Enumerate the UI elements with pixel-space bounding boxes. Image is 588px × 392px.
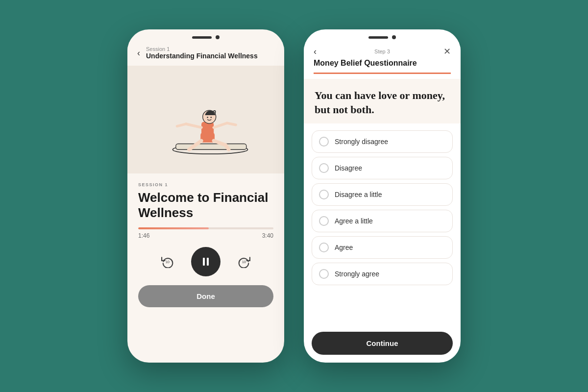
svg-text:10: 10 xyxy=(242,260,246,265)
svg-point-12 xyxy=(207,117,208,118)
play-pause-button[interactable] xyxy=(191,247,220,276)
progress-bar-container xyxy=(138,227,273,229)
question-area: You can have love or money, but not both… xyxy=(304,79,461,123)
time-current: 1:46 xyxy=(138,232,149,239)
option-label-strongly-agree: Strongly agree xyxy=(335,270,379,278)
option-label-strongly-disagree: Strongly disagree xyxy=(335,138,388,146)
done-button[interactable]: Done xyxy=(138,285,273,307)
step-label: Step 3 xyxy=(374,49,390,54)
radio-strongly-disagree[interactable] xyxy=(319,137,329,147)
option-strongly-disagree[interactable]: Strongly disagree xyxy=(312,130,453,153)
svg-rect-15 xyxy=(203,258,205,266)
svg-line-9 xyxy=(214,123,227,127)
svg-line-10 xyxy=(227,123,236,125)
phone2-nav: ‹ Step 3 ✕ xyxy=(314,46,451,57)
question-text: You can have love or money, but not both… xyxy=(315,89,450,117)
back-button[interactable]: ‹ xyxy=(137,48,140,58)
phone2-footer: Continue xyxy=(304,327,461,363)
illustration-area xyxy=(127,66,284,173)
svg-text:10: 10 xyxy=(166,260,170,265)
option-label-disagree-little: Disagree a little xyxy=(335,191,382,198)
phone2-top-bar xyxy=(304,29,461,42)
phone-1: ‹ Session 1 Understanding Financial Well… xyxy=(127,29,284,363)
session-label: Session 1 xyxy=(146,46,258,52)
phone1-top-bar xyxy=(127,29,284,42)
option-agree[interactable]: Agree xyxy=(312,236,453,259)
header-title: Understanding Financial Wellness xyxy=(146,52,258,60)
notch-dot-2 xyxy=(392,35,396,39)
time-row: 1:46 3:40 xyxy=(138,232,273,239)
phone1-header: ‹ Session 1 Understanding Financial Well… xyxy=(127,42,284,66)
notch-pill-2 xyxy=(368,36,388,39)
svg-rect-16 xyxy=(207,258,209,266)
notch-pill xyxy=(192,36,212,39)
radio-disagree-little[interactable] xyxy=(319,190,329,199)
radio-disagree[interactable] xyxy=(319,163,329,173)
radio-agree[interactable] xyxy=(319,243,329,252)
close-button[interactable]: ✕ xyxy=(443,46,451,57)
option-label-agree: Agree xyxy=(335,244,353,251)
yoga-illustration xyxy=(157,75,255,164)
questionnaire-title: Money Belief Questionnaire xyxy=(314,59,451,68)
phone1-content: SESSION 1 Welcome to Financial Wellness … xyxy=(127,173,284,315)
progress-bar-fill xyxy=(138,227,209,229)
svg-line-7 xyxy=(186,124,202,127)
welcome-title: Welcome to Financial Wellness xyxy=(138,190,273,220)
notch-dot xyxy=(216,35,220,39)
time-total: 3:40 xyxy=(262,232,273,239)
option-label-agree-little: Agree a little xyxy=(335,217,373,225)
radio-strongly-agree[interactable] xyxy=(319,269,329,279)
rewind-button[interactable]: 10 xyxy=(159,253,176,270)
option-disagree[interactable]: Disagree xyxy=(312,157,453,179)
option-disagree-little[interactable]: Disagree a little xyxy=(312,183,453,206)
radio-agree-little[interactable] xyxy=(319,216,329,226)
back-button-2[interactable]: ‹ xyxy=(314,47,317,57)
controls-row: 10 10 xyxy=(138,247,273,276)
option-agree-little[interactable]: Agree a little xyxy=(312,210,453,232)
continue-button[interactable]: Continue xyxy=(312,332,453,355)
phone-2: ‹ Step 3 ✕ Money Belief Questionnaire Yo… xyxy=(304,29,461,363)
svg-line-8 xyxy=(177,124,186,126)
session-tag: SESSION 1 xyxy=(138,182,273,187)
progress-bar-track xyxy=(138,227,273,229)
phone2-header: ‹ Step 3 ✕ Money Belief Questionnaire xyxy=(304,42,461,79)
header-text: Session 1 Understanding Financial Wellne… xyxy=(146,46,258,60)
option-strongly-agree[interactable]: Strongly agree xyxy=(312,263,453,285)
options-list: Strongly disagree Disagree Disagree a li… xyxy=(304,123,461,327)
forward-button[interactable]: 10 xyxy=(235,253,253,270)
phone1-nav: ‹ Session 1 Understanding Financial Well… xyxy=(137,46,274,60)
option-label-disagree: Disagree xyxy=(335,164,362,172)
progress-accent xyxy=(314,73,451,74)
svg-point-13 xyxy=(210,117,212,118)
svg-rect-1 xyxy=(176,144,246,150)
